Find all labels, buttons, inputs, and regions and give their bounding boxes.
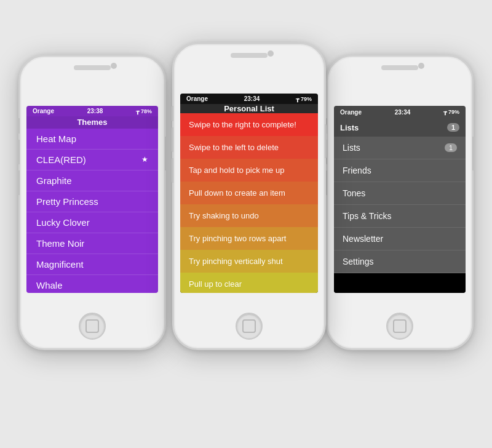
list-item[interactable]: Tap and hold to pick me up <box>180 159 318 182</box>
right-nav-bar: Lists 1 <box>334 118 466 137</box>
center-time: 23:34 <box>244 95 260 102</box>
right-status-bar: Orange 23:34 ┲ 79% <box>334 106 466 118</box>
list-item[interactable]: Lucky Clover <box>26 212 158 233</box>
list-item[interactable]: Swipe to the right to complete! <box>180 113 318 136</box>
right-time: 23:34 <box>395 109 411 116</box>
phone-right: Orange 23:34 ┲ 79% Lists 1 Lists 1 <box>326 55 474 350</box>
list-item[interactable]: Pull down to create an item <box>180 182 318 204</box>
list-item[interactable]: Newsletter <box>334 228 466 250</box>
list-item[interactable]: Lists 1 <box>334 137 466 159</box>
list-item[interactable]: Theme Noir <box>26 233 158 254</box>
center-battery: ┲ 79% <box>296 96 312 102</box>
right-carrier: Orange <box>340 109 362 116</box>
phone-center-screen: Orange 23:34 ┲ 79% Personal List Swipe t… <box>180 94 318 293</box>
right-battery: ┲ 79% <box>443 109 459 115</box>
right-list: Lists 1 Friends Tones Tips & Tricks News… <box>334 137 466 273</box>
left-status-bar: Orange 23:38 ┲ 78% <box>26 106 158 116</box>
list-item[interactable]: Tips & Tricks <box>334 205 466 228</box>
bluetooth-icon: ┲ <box>136 108 139 114</box>
themes-list: Heat Map CLEA(RED)★ Graphite Pretty Prin… <box>26 129 158 293</box>
list-item[interactable]: Magnificent <box>26 254 158 275</box>
left-nav-title: Themes <box>77 118 107 127</box>
center-nav-bar: Personal List <box>180 104 318 113</box>
list-item[interactable]: Graphite <box>26 170 158 191</box>
left-home-button[interactable] <box>79 313 106 340</box>
nav-badge: 1 <box>447 123 459 132</box>
list-item[interactable]: Heat Map <box>26 129 158 150</box>
center-carrier: Orange <box>186 95 208 102</box>
list-item[interactable]: Whale <box>26 275 158 293</box>
todo-list: Swipe to the right to complete! Swipe to… <box>180 113 318 293</box>
phones-container: Orange 23:38 ┲ 78% Themes Heat Map CLEA(… <box>6 6 486 442</box>
list-item[interactable]: CLEA(RED)★ <box>26 150 158 170</box>
center-nav-title: Personal List <box>224 104 274 113</box>
list-item[interactable]: Settings <box>334 250 466 273</box>
list-item[interactable]: Try shaking to undo <box>180 204 318 227</box>
bluetooth-icon: ┲ <box>296 96 299 102</box>
list-item[interactable]: Tones <box>334 182 466 205</box>
right-home-button[interactable] <box>386 313 413 340</box>
list-item[interactable]: Try pinching vertically shut <box>180 250 318 273</box>
left-nav-bar: Themes <box>26 116 158 129</box>
list-item[interactable]: Swipe to the left to delete <box>180 136 318 159</box>
list-item[interactable]: Friends <box>334 159 466 182</box>
center-home-button[interactable] <box>236 313 263 340</box>
phone-left-screen: Orange 23:38 ┲ 78% Themes Heat Map CLEA(… <box>26 106 158 293</box>
left-battery: ┲ 78% <box>136 108 152 114</box>
right-black-bottom <box>334 273 466 293</box>
phone-center: Orange 23:34 ┲ 79% Personal List Swipe t… <box>172 42 326 350</box>
bluetooth-icon: ┲ <box>443 109 446 115</box>
list-item[interactable]: Pretty Princess <box>26 191 158 212</box>
right-nav-title: Lists <box>340 123 359 132</box>
list-item[interactable]: Try pinching two rows apart <box>180 227 318 250</box>
list-item[interactable]: Pull up to clear <box>180 273 318 293</box>
phone-right-screen: Orange 23:34 ┲ 79% Lists 1 Lists 1 <box>334 106 466 293</box>
center-status-bar: Orange 23:34 ┲ 79% <box>180 94 318 104</box>
left-time: 23:38 <box>87 108 103 114</box>
left-carrier: Orange <box>33 108 54 114</box>
phone-left: Orange 23:38 ┲ 78% Themes Heat Map CLEA(… <box>18 55 166 350</box>
